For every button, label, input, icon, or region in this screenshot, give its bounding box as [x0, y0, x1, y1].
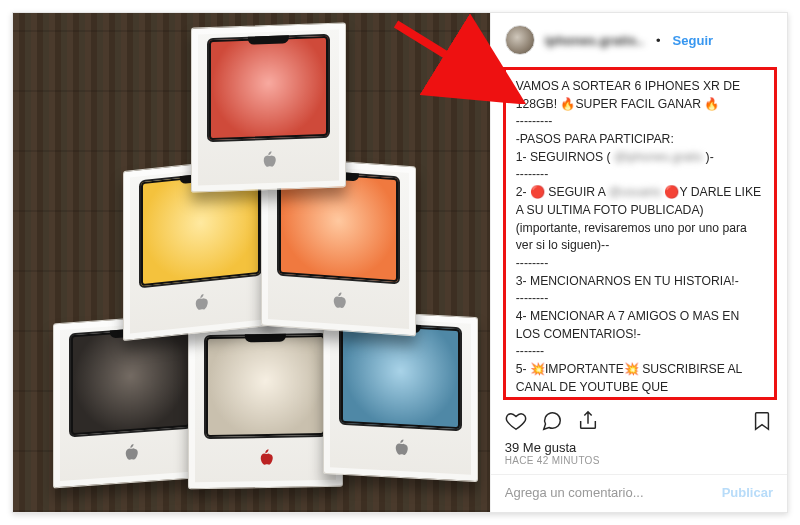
- post-image[interactable]: [13, 13, 490, 512]
- timestamp: Hace 42 minutos: [491, 455, 787, 474]
- comment-row: Publicar: [491, 474, 787, 512]
- iphone-box-red: [191, 22, 346, 192]
- comment-input[interactable]: [505, 485, 714, 500]
- likes-count[interactable]: 39 Me gusta: [491, 436, 787, 455]
- caption-line: 1- SEGUIRNOS (: [516, 150, 614, 164]
- post-card: iphones.gratis.. • Seguir VAMOS A SORTEA…: [12, 12, 788, 513]
- post-sidebar: iphones.gratis.. • Seguir VAMOS A SORTEA…: [490, 13, 787, 512]
- caption-sep: --------: [516, 167, 548, 181]
- publish-button[interactable]: Publicar: [722, 485, 773, 500]
- share-icon[interactable]: [577, 410, 599, 436]
- follow-button[interactable]: Seguir: [673, 33, 713, 48]
- blurred-handle: @iphones.gratis: [614, 150, 702, 164]
- caption-sep: --------: [516, 291, 548, 305]
- username[interactable]: iphones.gratis..: [545, 33, 644, 48]
- post-caption: VAMOS A SORTEAR 6 IPHONES XR DE 128GB! 🔥…: [516, 78, 764, 396]
- like-icon[interactable]: [505, 410, 527, 436]
- caption-line: -PASOS PARA PARTICIPAR:: [516, 132, 674, 146]
- separator-dot: •: [656, 33, 661, 48]
- caption-line: 5- 💥IMPORTANTE💥 SUSCRIBIRSE AL CANAL DE …: [516, 362, 746, 394]
- iphone-box-white: [188, 322, 343, 490]
- caption-line: )-: [702, 150, 714, 164]
- comment-icon[interactable]: [541, 410, 563, 436]
- caption-line: 3- MENCIONARNOS EN TU HISTORIA!-: [516, 274, 739, 288]
- caption-sep: ---------: [516, 114, 553, 128]
- caption-line: 4- MENCIONAR A 7 AMIGOS O MAS EN LOS COM…: [516, 309, 743, 341]
- caption-line: 2- 🔴 SEGUIR A: [516, 185, 609, 199]
- caption-line: VAMOS A SORTEAR 6 IPHONES XR DE 128GB! 🔥…: [516, 79, 744, 111]
- caption-sep: -------: [516, 344, 544, 358]
- avatar[interactable]: [505, 25, 535, 55]
- blurred-handle: @usuario: [609, 185, 661, 199]
- bookmark-icon[interactable]: [751, 410, 773, 436]
- caption-sep: --------: [516, 256, 548, 270]
- post-header: iphones.gratis.. • Seguir: [491, 13, 787, 63]
- action-bar: [491, 406, 787, 436]
- caption-highlight-box: VAMOS A SORTEAR 6 IPHONES XR DE 128GB! 🔥…: [503, 67, 777, 400]
